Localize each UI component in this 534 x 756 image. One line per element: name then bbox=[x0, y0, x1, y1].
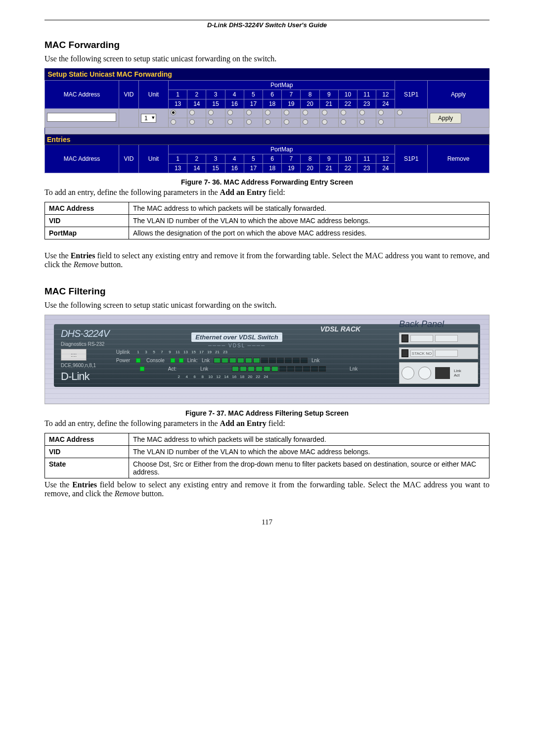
heading-mac-filtering: MAC Filtering bbox=[44, 286, 490, 297]
console-label: Console bbox=[146, 358, 165, 363]
vid-cell bbox=[119, 109, 139, 128]
port-number-label: 14 bbox=[223, 375, 230, 379]
port-header-cell: 14 bbox=[187, 99, 206, 109]
port-led-icon bbox=[264, 366, 270, 372]
port-radio-10[interactable] bbox=[341, 110, 346, 115]
port-led-icon bbox=[295, 366, 302, 372]
port-number-label: 1 bbox=[135, 350, 142, 354]
port-radio-8[interactable] bbox=[303, 110, 308, 115]
port-radio-23[interactable] bbox=[359, 119, 365, 125]
port-radio-14[interactable] bbox=[189, 119, 195, 125]
apply-button[interactable]: Apply bbox=[430, 113, 461, 124]
brand-name: DHS-3224V bbox=[61, 328, 109, 339]
port-header-cell: 10 bbox=[338, 90, 357, 99]
port-radio-3[interactable] bbox=[208, 110, 214, 115]
port-number-label: 21 bbox=[214, 350, 221, 354]
port-header-cell: 9 bbox=[319, 154, 338, 164]
entries-col-portmap: PortMap bbox=[169, 145, 395, 154]
port-radio-18[interactable] bbox=[265, 119, 270, 125]
port-radio-9[interactable] bbox=[322, 110, 327, 115]
fan-icon bbox=[418, 367, 431, 379]
port-radio-13[interactable] bbox=[171, 119, 176, 125]
port-radio-4[interactable] bbox=[227, 110, 233, 115]
bp-link-label: Link bbox=[454, 369, 461, 373]
uplink-led-icon bbox=[179, 358, 183, 363]
port-radio-20[interactable] bbox=[303, 119, 308, 125]
port-led-icon bbox=[311, 366, 318, 372]
port-led-icon bbox=[319, 366, 326, 372]
fan-icon bbox=[401, 367, 414, 379]
param-val: Choose Dst, Src or Either from the drop-… bbox=[129, 458, 490, 478]
table-row: State Choose Dst, Src or Either from the… bbox=[45, 458, 490, 478]
param-key: PortMap bbox=[45, 227, 129, 239]
port-number-label: 5 bbox=[151, 350, 158, 354]
port-radio-15[interactable] bbox=[208, 119, 214, 125]
bp-module-1 bbox=[399, 332, 478, 344]
port-led-icon bbox=[271, 366, 278, 372]
port-number-label: 11 bbox=[175, 350, 181, 354]
port-radio-16[interactable] bbox=[227, 119, 233, 125]
mac-input[interactable] bbox=[47, 113, 116, 122]
port-header-cell: 16 bbox=[225, 164, 244, 173]
port-header-cell: 19 bbox=[282, 164, 301, 173]
empty-cell bbox=[395, 118, 428, 128]
port-led-icon bbox=[301, 358, 308, 363]
add-entry-intro-2: To add an entry, define the following pa… bbox=[44, 419, 490, 428]
port-radio-21[interactable] bbox=[322, 119, 327, 125]
entries-paragraph-1: Use the Entries field to select any exis… bbox=[44, 251, 490, 269]
port-header-cell: 16 bbox=[225, 99, 244, 109]
doc-header: D-Link DHS-3224V Switch User's Guide bbox=[44, 21, 490, 29]
port-radio-12[interactable] bbox=[378, 110, 384, 115]
port-number-label: 18 bbox=[239, 375, 246, 379]
port-header-cell: 11 bbox=[357, 154, 376, 164]
bp-module-2: STACK NO bbox=[399, 347, 478, 359]
port-led-icon bbox=[248, 366, 255, 372]
port-radio-11[interactable] bbox=[359, 110, 365, 115]
port-header-cell: 24 bbox=[376, 99, 395, 109]
unit-select[interactable]: 1 bbox=[141, 114, 156, 123]
port-header-cell: 14 bbox=[187, 164, 206, 173]
intro-text-mac-forwarding: Use the following screen to setup static… bbox=[44, 54, 490, 63]
port-radio-17[interactable] bbox=[246, 119, 252, 125]
serial-port-icon: :::: bbox=[61, 349, 87, 361]
port-radio-1[interactable] bbox=[171, 110, 176, 115]
port-led-icon bbox=[261, 358, 268, 363]
port-led-icon bbox=[214, 358, 221, 363]
port-header-cell: 15 bbox=[206, 164, 225, 173]
port-led-icon bbox=[303, 366, 310, 372]
port-header-cell: 2 bbox=[187, 154, 206, 164]
entries-col-remove: Remove bbox=[428, 145, 490, 173]
dlink-logo: D-Link bbox=[61, 370, 109, 383]
port-led-icon bbox=[256, 366, 263, 372]
port-radio-19[interactable] bbox=[284, 119, 289, 125]
port-number-label: 12 bbox=[215, 375, 222, 379]
port-numbers-odd: 1357911131517192123 bbox=[135, 350, 229, 354]
col-mac: MAC Address bbox=[45, 81, 119, 109]
param-key: MAC Address bbox=[45, 433, 129, 446]
port-radio-2[interactable] bbox=[189, 110, 195, 115]
port-radio-22[interactable] bbox=[341, 119, 346, 125]
vdsl-rack-label: VDSL RACK bbox=[320, 325, 360, 333]
port-radio-5[interactable] bbox=[246, 110, 252, 115]
port-header-cell: 6 bbox=[263, 154, 282, 164]
port-header-cell: 10 bbox=[338, 154, 357, 164]
port-radio-24[interactable] bbox=[378, 119, 384, 125]
vdsl-text: VDSL bbox=[228, 343, 245, 348]
ports-row-top bbox=[214, 358, 308, 363]
port-radio-s1p1a[interactable] bbox=[397, 110, 402, 115]
ui-setup-title: Setup Static Unicast MAC Forwarding bbox=[45, 68, 490, 81]
param-val: Allows the designation of the port on wh… bbox=[129, 227, 490, 239]
port-number-label: 3 bbox=[143, 350, 150, 354]
entries-col-vid: VID bbox=[119, 145, 139, 173]
port-radio-7[interactable] bbox=[284, 110, 289, 115]
param-val: The VLAN ID number of the VLAN to which … bbox=[129, 215, 490, 227]
port-header-cell: 22 bbox=[338, 164, 357, 173]
port-number-label: 8 bbox=[199, 375, 206, 379]
port-led-icon bbox=[277, 358, 284, 363]
bp-bottom-module: Link Act bbox=[399, 362, 478, 384]
param-val: The MAC address to which packets will be… bbox=[129, 433, 490, 446]
stack-slot-2 bbox=[435, 335, 458, 342]
port-radio-6[interactable] bbox=[265, 110, 270, 115]
port-header-cell: 5 bbox=[244, 154, 263, 164]
intro-text-mac-filtering: Use the following screen to setup static… bbox=[44, 301, 490, 310]
